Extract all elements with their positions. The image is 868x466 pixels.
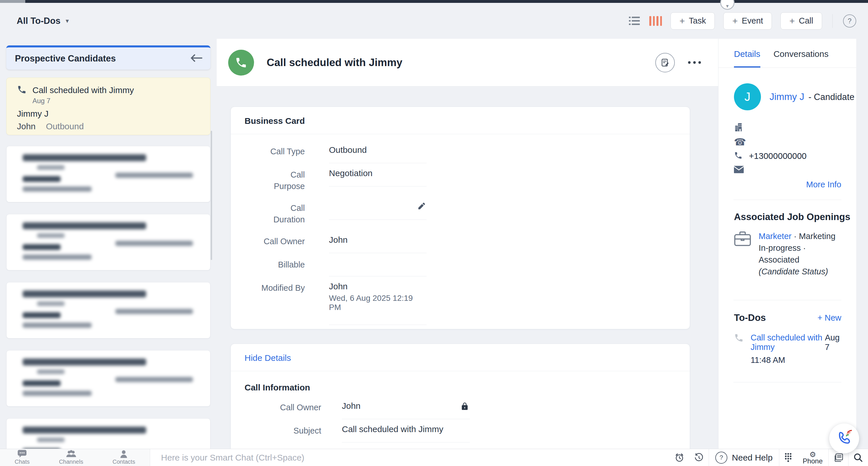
call-detail-main: Call scheduled with Jimmy Business Card [217,39,718,466]
app-header: All To-Dos ▾ + Task + Event + [0,3,868,39]
back-arrow-icon[interactable] [190,54,203,63]
field-value[interactable] [329,258,427,276]
call-information-section: Hide Details Call Information Call Owner… [230,344,690,466]
field-value[interactable] [329,202,427,220]
job-openings-title: Associated Job Openings [718,200,856,222]
recent-history-icon[interactable] [689,449,709,466]
zoho-recruit-app: ▾ All To-Dos ▾ + Task + Event [0,0,868,466]
field-row-billable: Billable [248,258,690,276]
todo-title: Call scheduled with Jimmy [32,85,134,95]
dialpad-icon[interactable] [779,449,797,466]
tab-details[interactable]: Details [734,49,761,67]
edit-note-button[interactable] [655,53,675,72]
todo-filter-dropdown[interactable]: All To-Dos ▾ [17,16,69,26]
kanban-view-icon[interactable] [649,14,662,27]
redacted-timestamp [115,377,193,382]
fax-phone-icon: ☎ [734,137,746,147]
header-actions: + Task + Event + Call ? [628,12,856,30]
field-label: Subject [248,424,321,436]
redacted-owner [23,255,92,260]
field-value[interactable]: Call scheduled with Jimmy [342,424,470,442]
chats-button[interactable]: Chats [14,450,30,465]
list-view-icon[interactable] [628,14,641,27]
redacted-date [37,438,65,442]
field-value[interactable]: John Wed, 6 Aug 2025 12:19 PM [329,282,427,325]
call-owner: John [17,121,36,131]
channels-button[interactable]: Channels [59,450,83,465]
field-value[interactable]: John [342,401,470,419]
field-value[interactable]: Negotiation [329,168,427,186]
modified-timestamp: Wed, 6 Aug 2025 12:19 PM [329,294,427,312]
redacted-date [37,370,65,374]
phone-icon [17,85,27,96]
field-row-call-type: Call Type Outbound [248,145,690,163]
redacted-timestamp [115,241,193,246]
todo-card-redacted[interactable] [6,214,210,270]
todo-card-selected[interactable]: Call scheduled with Jimmy Aug 7 Jimmy J … [6,78,210,135]
plus-icon: + [789,17,795,25]
more-options-button[interactable] [688,61,701,64]
job-opening-link[interactable]: Marketer [758,232,792,241]
lock-icon [461,402,468,412]
add-call-button[interactable]: + Call [780,12,822,30]
section-title: Call Information [231,371,690,392]
call-type: Outbound [46,121,84,131]
todos-header: To-Dos + New [718,300,856,323]
building-icon [734,122,744,133]
job-department: · Marketing [794,232,835,241]
todo-card-redacted[interactable] [6,350,210,407]
phone-settings-button[interactable]: ⚙ Phone [797,451,828,465]
redacted-name [23,380,61,386]
redacted-name [23,244,61,250]
field-value-text: John [329,282,427,291]
group-icon [66,450,76,458]
need-help-button[interactable]: ? Need Help [709,452,779,464]
add-task-button[interactable]: + Task [671,12,715,30]
call-detail-header: Call scheduled with Jimmy [217,39,718,86]
candidate-role: - Candidate [808,92,854,102]
smart-chat-input[interactable] [150,449,670,466]
top-strip-left-segment [0,0,25,3]
field-row-subject: Subject Call scheduled with Jimmy [248,424,690,442]
divider [832,14,833,28]
side-panel-tabs: Details Conversations [718,39,856,68]
field-label: Call Type [248,145,305,157]
phone-number[interactable]: +13000000000 [749,151,807,161]
todo-card-redacted[interactable] [6,146,210,202]
job-opening-item: Marketer · Marketing In-progress · Assoc… [718,222,856,278]
redacted-name [23,312,61,318]
contact-details: ☎ +13000000000 [718,110,856,177]
reminders-icon[interactable] [670,449,689,466]
search-icon[interactable] [848,449,868,466]
chevron-down-icon: ▾ [66,17,69,25]
email-row [734,163,856,177]
field-label: Billable [248,258,305,270]
redacted-title [23,154,146,161]
avatar[interactable]: J [734,83,761,110]
redacted-title [23,222,146,229]
todo-card-redacted[interactable] [6,282,210,339]
filter-label: All To-Dos [17,16,61,26]
tab-conversations[interactable]: Conversations [774,49,829,67]
field-row-call-duration: Call Duration [248,202,690,230]
scrollbar-thumb[interactable] [211,131,212,260]
chevron-down-icon: ▾ [726,3,728,9]
todo-link[interactable]: Call scheduled with Jimmy [751,333,825,352]
panel-header: Prospective Candidates [6,46,210,69]
contacts-button[interactable]: Contacts [113,450,135,465]
todo-time: 11:48 AM [751,355,841,365]
call-widget-button[interactable] [829,424,859,454]
more-info-link[interactable]: More Info [718,177,856,189]
field-value[interactable]: Outbound [329,145,427,163]
candidate-name: Jimmy J [17,109,202,119]
new-todo-link[interactable]: + New [817,313,841,323]
field-row-call-owner: Call Owner John [248,235,690,253]
candidate-link[interactable]: Jimmy J [770,91,804,102]
add-event-button[interactable]: + Event [723,12,772,30]
panel-title: Prospective Candidates [15,53,116,64]
field-label: Call Duration [248,202,305,225]
hide-details-link[interactable]: Hide Details [231,344,690,371]
help-icon[interactable]: ? [843,14,856,28]
edit-pencil-icon[interactable] [417,202,425,212]
field-value[interactable]: John [329,235,427,253]
